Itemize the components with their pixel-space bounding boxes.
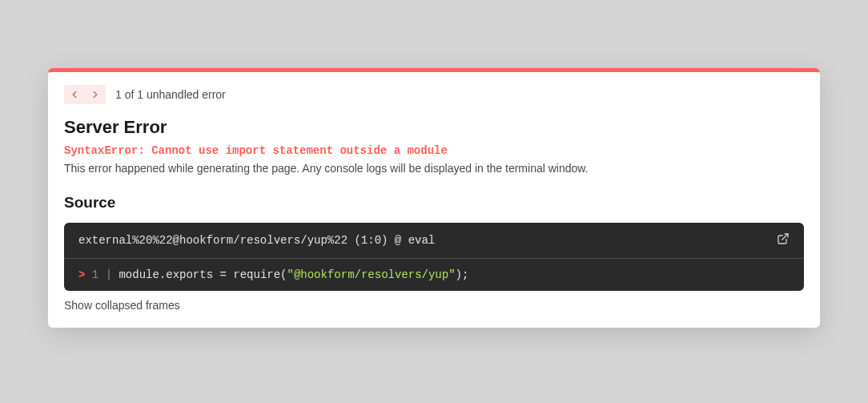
source-location: external%20%22@hookform/resolvers/yup%22… xyxy=(78,234,435,247)
next-error-button[interactable] xyxy=(85,85,106,104)
arrow-left-icon xyxy=(69,89,80,100)
code-token: ( xyxy=(280,268,287,281)
svg-line-0 xyxy=(782,234,788,240)
source-code-line: > 1 | module.exports = require("@hookfor… xyxy=(64,259,804,291)
show-collapsed-frames-link[interactable]: Show collapsed frames xyxy=(64,299,804,312)
error-caret: > xyxy=(78,268,85,281)
code-token: ) xyxy=(456,268,462,281)
source-code-block: external%20%22@hookform/resolvers/yup%22… xyxy=(64,223,804,291)
external-link-icon xyxy=(777,232,790,245)
line-pipe: | xyxy=(106,268,112,281)
error-nav-buttons xyxy=(64,85,106,104)
code-token: exports xyxy=(166,268,213,281)
error-nav-row: 1 of 1 unhandled error xyxy=(64,85,804,104)
error-description: This error happened while generating the… xyxy=(64,162,804,175)
code-token: . xyxy=(159,268,166,281)
code-token: require xyxy=(233,268,280,281)
arrow-right-icon xyxy=(90,89,101,100)
line-number: 1 xyxy=(92,268,98,281)
error-message: SyntaxError: Cannot use import statement… xyxy=(64,144,804,157)
code-token: = xyxy=(213,268,233,281)
open-in-editor-button[interactable] xyxy=(777,232,790,248)
code-token: module xyxy=(119,268,159,281)
prev-error-button[interactable] xyxy=(64,85,85,104)
error-overlay-card: 1 of 1 unhandled error Server Error Synt… xyxy=(48,68,820,328)
error-title: Server Error xyxy=(64,117,804,138)
source-title: Source xyxy=(64,194,804,212)
code-token-string: "@hookform/resolvers/yup" xyxy=(287,268,456,281)
source-code-header: external%20%22@hookform/resolvers/yup%22… xyxy=(64,223,804,259)
code-token: ; xyxy=(462,268,468,281)
error-count-label: 1 of 1 unhandled error xyxy=(115,88,226,101)
